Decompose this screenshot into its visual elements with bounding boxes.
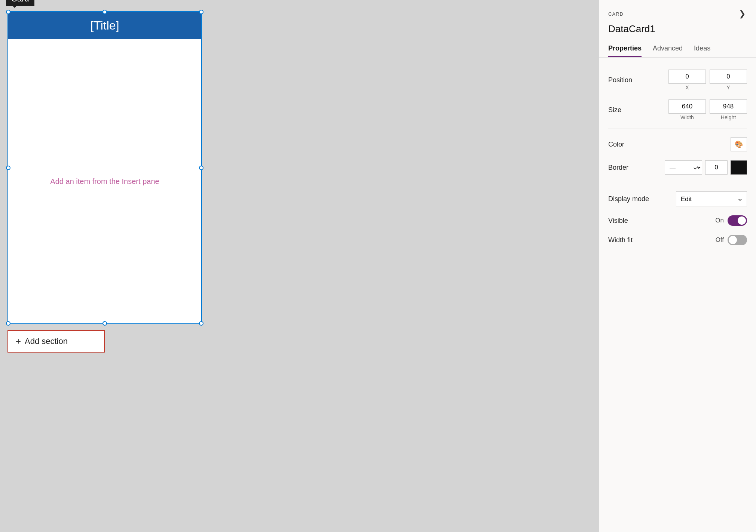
tab-ideas[interactable]: Ideas xyxy=(694,41,710,57)
panel-card-label: CARD xyxy=(608,11,624,17)
visible-toggle-wrap: On xyxy=(715,215,747,226)
handle-bot-center[interactable] xyxy=(102,321,107,326)
display-mode-wrapper: Edit View Disabled xyxy=(676,191,747,206)
size-height-input[interactable] xyxy=(710,99,747,114)
handle-mid-right[interactable] xyxy=(199,166,203,170)
visible-state-label: On xyxy=(715,217,724,224)
card-tooltip-label: Card xyxy=(6,0,34,6)
tab-properties[interactable]: Properties xyxy=(608,41,642,57)
color-label: Color xyxy=(608,141,624,148)
chevron-right-icon: ❯ xyxy=(739,9,746,18)
border-style-select[interactable]: — - - ··· xyxy=(665,160,702,175)
width-fit-toggle[interactable] xyxy=(728,235,747,245)
border-row: Border — - - ··· xyxy=(608,156,747,179)
position-y-wrap: Y xyxy=(710,70,747,90)
card-container[interactable]: [Title] Add an item from the Insert pane xyxy=(7,11,202,324)
add-section-button[interactable]: + Add section xyxy=(7,330,105,353)
card-wrapper: Card [Title] Add an item from the Insert… xyxy=(7,11,202,353)
display-mode-row: Display mode Edit View Disabled xyxy=(608,187,747,211)
panel-content: Position X Y Size xyxy=(599,58,756,257)
display-mode-label: Display mode xyxy=(608,195,649,203)
size-height-label: Height xyxy=(721,114,736,120)
tab-advanced[interactable]: Advanced xyxy=(653,41,683,57)
position-x-input[interactable] xyxy=(668,70,706,84)
position-x-wrap: X xyxy=(668,70,706,90)
size-width-label: Width xyxy=(680,114,694,120)
divider-1 xyxy=(608,129,747,129)
position-y-label: Y xyxy=(726,84,730,90)
border-controls: — - - ··· xyxy=(665,160,747,175)
border-label: Border xyxy=(608,164,628,172)
handle-top-right[interactable] xyxy=(199,10,203,14)
border-width-input[interactable] xyxy=(705,160,728,175)
visible-toggle[interactable] xyxy=(728,215,747,226)
position-label: Position xyxy=(608,76,632,84)
display-mode-select[interactable]: Edit View Disabled xyxy=(676,191,747,206)
color-picker-button[interactable]: 🎨 xyxy=(731,137,747,151)
card-placeholder-text: Add an item from the Insert pane xyxy=(50,177,159,186)
size-label: Size xyxy=(608,106,621,114)
card-title-bar: [Title] xyxy=(8,12,201,39)
size-width-wrap: Width xyxy=(668,99,706,120)
visible-row: Visible On xyxy=(608,211,747,230)
size-height-wrap: Height xyxy=(710,99,747,120)
canvas-area: Card [Title] Add an item from the Insert… xyxy=(0,0,599,532)
handle-mid-left[interactable] xyxy=(6,166,10,170)
panel-header: CARD ❯ xyxy=(599,0,756,22)
handle-top-center[interactable] xyxy=(102,10,107,14)
handle-bot-right[interactable] xyxy=(199,321,203,326)
border-style-wrapper: — - - ··· xyxy=(665,160,702,175)
handle-bot-left[interactable] xyxy=(6,321,10,326)
width-fit-row: Width fit Off xyxy=(608,230,747,250)
color-row: Color 🎨 xyxy=(608,133,747,156)
border-color-swatch[interactable] xyxy=(731,160,747,175)
panel-tabs: Properties Advanced Ideas xyxy=(599,41,756,58)
width-fit-toggle-wrap: Off xyxy=(716,235,747,245)
size-row: Size Width Height xyxy=(608,95,747,125)
panel-component-name: DataCard1 xyxy=(599,22,756,41)
add-section-plus-icon: + xyxy=(16,336,21,347)
position-inputs: X Y xyxy=(668,70,747,90)
divider-2 xyxy=(608,183,747,183)
size-inputs: Width Height xyxy=(668,99,747,120)
handle-top-left[interactable] xyxy=(6,10,10,14)
size-width-input[interactable] xyxy=(668,99,706,114)
panel-chevron-button[interactable]: ❯ xyxy=(737,7,747,20)
add-section-label: Add section xyxy=(25,336,68,346)
width-fit-label: Width fit xyxy=(608,236,633,244)
width-fit-state-label: Off xyxy=(716,236,724,244)
visible-label: Visible xyxy=(608,217,628,225)
position-x-label: X xyxy=(685,84,689,90)
card-content: Add an item from the Insert pane xyxy=(8,39,201,323)
right-panel: CARD ❯ DataCard1 Properties Advanced Ide… xyxy=(599,0,756,532)
position-row: Position X Y xyxy=(608,65,747,95)
color-picker-icon: 🎨 xyxy=(735,140,743,148)
position-y-input[interactable] xyxy=(710,70,747,84)
